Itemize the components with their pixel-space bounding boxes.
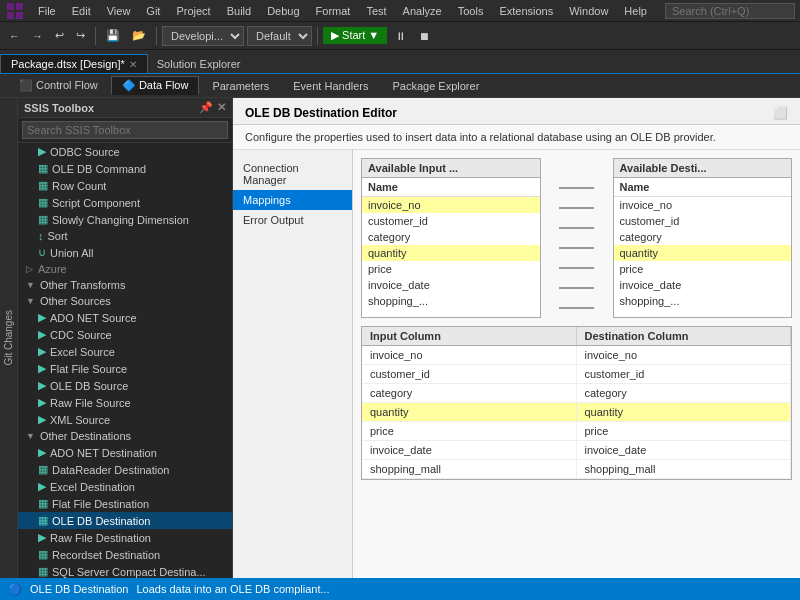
row-count-icon: ▦ xyxy=(38,179,48,192)
toolbar-open[interactable]: 📂 xyxy=(127,27,151,44)
toolbox-search-input[interactable] xyxy=(22,121,228,139)
close-toolbox-icon[interactable]: ✕ xyxy=(217,101,226,114)
toolbar-forward[interactable]: → xyxy=(27,28,48,44)
sidebar-section-other-destinations[interactable]: ▼ Other Destinations xyxy=(18,428,232,444)
toolbar-save[interactable]: 💾 xyxy=(101,27,125,44)
sidebar-item-excel-source[interactable]: ▶ Excel Source xyxy=(18,343,232,360)
config-dropdown[interactable]: Default xyxy=(247,26,312,46)
mapping-row-0[interactable]: invoice_no invoice_no xyxy=(362,346,791,365)
input-row-customer-id: customer_id xyxy=(362,213,540,229)
subtab-data-flow[interactable]: 🔷 Data Flow xyxy=(111,76,200,95)
sidebar-section-other-sources[interactable]: ▼ Other Sources xyxy=(18,293,232,309)
menu-tools[interactable]: Tools xyxy=(450,3,492,19)
content-area: OLE DB Destination Editor ⬜ Configure th… xyxy=(233,98,800,578)
mapping-row-1[interactable]: customer_id customer_id xyxy=(362,365,791,384)
available-input-box: Available Input ... Name invoice_no cust… xyxy=(361,158,541,318)
sidebar-section-azure[interactable]: ▷ Azure xyxy=(18,261,232,277)
toolbar-undo[interactable]: ↩ xyxy=(50,27,69,44)
sidebar-item-xml-source[interactable]: ▶ XML Source xyxy=(18,411,232,428)
sidebar-item-oledb-dest[interactable]: ▦ OLE DB Destination xyxy=(18,512,232,529)
sidebar-item-raw-file-dest[interactable]: ▶ Raw File Destination xyxy=(18,529,232,546)
mapping-row-5[interactable]: invoice_date invoice_date xyxy=(362,441,791,460)
git-changes-label[interactable]: Git Changes xyxy=(3,310,14,366)
menu-project[interactable]: Project xyxy=(168,3,218,19)
sidebar-item-oledb-command[interactable]: ▦ OLE DB Command xyxy=(18,160,232,177)
subtab-control-flow[interactable]: ⬛ Control Flow xyxy=(8,76,109,95)
sidebar-item-union-all[interactable]: ∪ Union All xyxy=(18,244,232,261)
menu-build[interactable]: Build xyxy=(219,3,259,19)
tab-package-label: Package.dtsx [Design]* xyxy=(11,58,125,70)
sidebar-item-recordset-dest[interactable]: ▦ Recordset Destination xyxy=(18,546,232,563)
sidebar-item-ado-net-source[interactable]: ▶ ADO NET Source xyxy=(18,309,232,326)
status-description: Loads data into an OLE DB compliant... xyxy=(136,583,329,595)
tab-package[interactable]: Package.dtsx [Design]* ✕ xyxy=(0,54,148,73)
pin-icon[interactable]: 📌 xyxy=(199,101,213,114)
connector-line-1 xyxy=(559,187,594,189)
subtab-parameters[interactable]: Parameters xyxy=(201,77,280,95)
toolbar-sep3 xyxy=(317,27,318,45)
sidebar-item-cdc-source[interactable]: ▶ CDC Source xyxy=(18,326,232,343)
mapping-columns-area: Available Input ... Name invoice_no cust… xyxy=(361,158,792,318)
nav-connection-manager[interactable]: Connection Manager xyxy=(233,158,352,190)
toolbar-back[interactable]: ← xyxy=(4,28,25,44)
tab-solution-explorer[interactable]: Solution Explorer xyxy=(149,55,249,73)
menu-edit[interactable]: Edit xyxy=(64,3,99,19)
main-layout: Git Changes SSIS Toolbox 📌 ✕ ▶ ODBC Sour… xyxy=(0,98,800,578)
nav-error-output[interactable]: Error Output xyxy=(233,210,352,230)
git-sidebar[interactable]: Git Changes xyxy=(0,98,18,578)
sidebar-item-odbc-source[interactable]: ▶ ODBC Source xyxy=(18,143,232,160)
menu-analyze[interactable]: Analyze xyxy=(395,3,450,19)
menu-git[interactable]: Git xyxy=(138,3,168,19)
sidebar-item-oledb-source[interactable]: ▶ OLE DB Source xyxy=(18,377,232,394)
tab-package-close[interactable]: ✕ xyxy=(129,59,137,70)
toolbar: ← → ↩ ↪ 💾 📂 Developi... Default ▶ Start … xyxy=(0,22,800,50)
sidebar-item-sort[interactable]: ↕ Sort xyxy=(18,228,232,244)
menu-window[interactable]: Window xyxy=(561,3,616,19)
menu-format[interactable]: Format xyxy=(308,3,359,19)
sidebar-item-script-component[interactable]: ▦ Script Component xyxy=(18,194,232,211)
mapping-row-3[interactable]: quantity quantity xyxy=(362,403,791,422)
menu-debug[interactable]: Debug xyxy=(259,3,307,19)
flat-file-src-icon: ▶ xyxy=(38,362,46,375)
menu-file[interactable]: File xyxy=(30,3,64,19)
toolbar-pause[interactable]: ⏸ xyxy=(390,28,411,44)
table-input-5: invoice_date xyxy=(362,441,577,459)
mapping-row-6[interactable]: shopping_mall shopping_mall xyxy=(362,460,791,479)
toolbar-save-buttons: 💾 📂 xyxy=(101,27,151,44)
sidebar-item-row-count[interactable]: ▦ Row Count xyxy=(18,177,232,194)
sidebar-item-datareader-dest[interactable]: ▦ DataReader Destination xyxy=(18,461,232,478)
sidebar-item-raw-file-source[interactable]: ▶ Raw File Source xyxy=(18,394,232,411)
odbc-source-icon: ▶ xyxy=(38,145,46,158)
deploy-dropdown[interactable]: Developi... xyxy=(162,26,244,46)
toolbox-search-bar xyxy=(18,118,232,143)
sidebar-item-scd[interactable]: ▦ Slowly Changing Dimension xyxy=(18,211,232,228)
subtab-package-explorer[interactable]: Package Explorer xyxy=(381,77,490,95)
toolbar-redo[interactable]: ↪ xyxy=(71,27,90,44)
sidebar-item-flat-file-source[interactable]: ▶ Flat File Source xyxy=(18,360,232,377)
sidebar-item-sql-compact-dest[interactable]: ▦ SQL Server Compact Destina... xyxy=(18,563,232,578)
connector-line-5 xyxy=(559,267,594,269)
sidebar-section-other-transforms[interactable]: ▼ Other Transforms xyxy=(18,277,232,293)
table-dest-5: invoice_date xyxy=(577,441,792,459)
mapping-row-4[interactable]: price price xyxy=(362,422,791,441)
sidebar-item-flat-file-dest[interactable]: ▦ Flat File Destination xyxy=(18,495,232,512)
subtab-event-handlers[interactable]: Event Handlers xyxy=(282,77,379,95)
menu-extensions[interactable]: Extensions xyxy=(491,3,561,19)
sidebar-item-excel-dest[interactable]: ▶ Excel Destination xyxy=(18,478,232,495)
dialog-maximize-icon[interactable]: ⬜ xyxy=(773,106,788,120)
sidebar-item-ado-net-dest[interactable]: ▶ ADO NET Destination xyxy=(18,444,232,461)
menu-help[interactable]: Help xyxy=(616,3,655,19)
menu-view[interactable]: View xyxy=(99,3,139,19)
nav-mappings[interactable]: Mappings xyxy=(233,190,352,210)
menu-bar: File Edit View Git Project Build Debug F… xyxy=(0,0,800,22)
global-search[interactable] xyxy=(665,3,795,19)
connector-area xyxy=(557,158,597,318)
mapping-row-2[interactable]: category category xyxy=(362,384,791,403)
run-button[interactable]: ▶ Start ▼ xyxy=(323,27,387,44)
menu-test[interactable]: Test xyxy=(358,3,394,19)
table-dest-2: category xyxy=(577,384,792,402)
union-all-icon: ∪ xyxy=(38,246,46,259)
connector-line-7 xyxy=(559,307,594,309)
toolbar-stop[interactable]: ⏹ xyxy=(414,28,435,44)
oledb-src-icon: ▶ xyxy=(38,379,46,392)
